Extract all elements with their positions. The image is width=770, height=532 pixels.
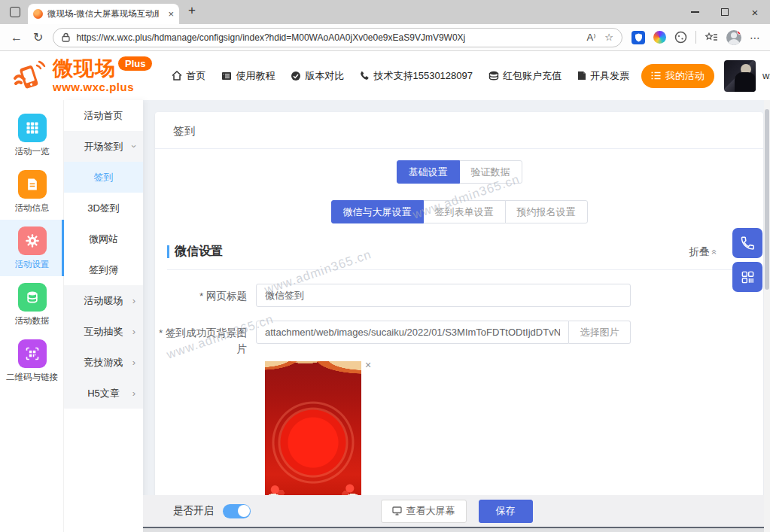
page-title: 签到	[155, 112, 763, 148]
browser-titlebar: 微现场-微信大屏幕现场互动服务 × + ×	[0, 0, 770, 24]
contact-support-float-button[interactable]	[732, 228, 762, 258]
page-scrollbar[interactable]	[764, 100, 770, 532]
brand-url: www.wxc.plus	[53, 81, 152, 93]
nav-redpacket-recharge[interactable]: 红包账户充值	[488, 69, 562, 83]
tab-wechat-bigscreen-settings[interactable]: 微信与大屏设置	[331, 200, 424, 223]
nav-version-compare[interactable]: 版本对比	[291, 69, 344, 83]
read-aloud-icon[interactable]: A⁾	[586, 32, 595, 43]
secondary-menu: 活动首页 开场签到› 签到 3D签到 微网站 签到簿 活动暖场› 互动抽奖› 竞…	[64, 100, 143, 532]
favorite-star-icon[interactable]: ☆	[604, 32, 613, 43]
refresh-button[interactable]: ↻	[33, 30, 43, 44]
sidebar-item-qrcode-links[interactable]: 二维码与链接	[0, 333, 64, 389]
browser-window: 微现场-微信大屏幕现场互动服务 × + × ← ↻ https://wx.wxc…	[0, 0, 770, 532]
image-preview-row: ×	[265, 361, 763, 506]
favorites-list-icon[interactable]	[705, 32, 718, 44]
maximize-icon	[721, 8, 729, 16]
tab-basic-settings[interactable]: 基础设置	[397, 160, 460, 184]
window-bottom-edge	[143, 527, 770, 532]
sidebar-item-activity-data[interactable]: 活动数据	[0, 276, 64, 333]
sidebar-item-activity-settings[interactable]: 活动设置	[0, 220, 64, 276]
menu-group-warmup[interactable]: 活动暖场›	[64, 285, 143, 316]
background-image-path-input[interactable]	[256, 321, 569, 344]
nav-home[interactable]: 首页	[172, 69, 205, 83]
chevron-right-icon: ›	[132, 357, 135, 366]
chevron-right-icon: ›	[132, 295, 135, 305]
secondary-tabs: 微信与大屏设置 签到表单设置 预约报名设置	[155, 200, 763, 223]
menu-group-lottery[interactable]: 互动抽奖›	[64, 316, 143, 347]
profile-notification-dot	[737, 30, 741, 35]
password-extension-icon[interactable]	[632, 31, 645, 44]
tutorial-icon	[221, 71, 232, 81]
background-image-preview[interactable]	[265, 361, 361, 506]
save-button[interactable]: 保存	[479, 500, 533, 523]
close-button[interactable]: ×	[740, 0, 770, 24]
primary-tabs: 基础设置 验证数据	[155, 160, 763, 184]
menu-group-h5-article[interactable]: H5文章›	[64, 378, 143, 409]
site-favicon-icon	[33, 9, 43, 19]
menu-item-activity-home[interactable]: 活动首页	[64, 100, 143, 131]
user-avatar[interactable]	[724, 60, 756, 92]
profile-avatar[interactable]	[726, 30, 741, 45]
address-bar[interactable]: https://wx.wxc.plus/hdmanage/configsign/…	[53, 28, 622, 47]
nav-tech-support[interactable]: 技术支持15530128097	[360, 69, 473, 83]
dashboard-squares-icon	[741, 270, 755, 284]
qrcode-icon	[18, 339, 47, 368]
form-row-page-title: * 网页标题	[155, 284, 763, 307]
field-label: * 签到成功页背景图片	[155, 321, 256, 357]
menu-item-micro-site[interactable]: 微网站	[64, 223, 143, 254]
tab-close-icon[interactable]: ×	[168, 9, 174, 19]
browser-tab[interactable]: 微现场-微信大屏幕现场互动服务 ×	[28, 4, 179, 24]
brand-plus-badge: Plus	[118, 56, 152, 71]
sidebar-item-activity-info[interactable]: 活动信息	[0, 163, 64, 220]
menu-item-signin-book[interactable]: 签到簿	[64, 254, 143, 285]
more-menu-icon[interactable]: ⋯	[750, 32, 761, 44]
lock-icon	[62, 32, 70, 42]
section-accent-bar	[167, 245, 169, 258]
brand-title: 微现场	[53, 59, 116, 79]
document-icon	[18, 170, 47, 199]
new-tab-button[interactable]: +	[188, 3, 196, 18]
stats-panel-float-button[interactable]	[732, 262, 762, 292]
menu-item-signin[interactable]: 签到	[64, 162, 143, 193]
remove-image-icon[interactable]: ×	[365, 360, 371, 370]
browser-extension-icon[interactable]	[653, 31, 666, 44]
primary-sidebar: 活动一览 活动信息 活动设置 活动数据 二维码与链接	[0, 100, 64, 532]
tab-title: 微现场-微信大屏幕现场互动服务	[47, 8, 159, 20]
sidebar-item-activity-overview[interactable]: 活动一览	[0, 107, 64, 163]
my-activities-button[interactable]: 我的活动	[641, 64, 714, 88]
enable-toggle[interactable]	[223, 504, 251, 518]
database-icon	[18, 283, 47, 312]
site-header: 微现场 Plus www.wxc.plus 首页 使用教程 版本对比 技术支	[0, 51, 770, 100]
phone-icon	[360, 71, 370, 81]
menu-item-3d-signin[interactable]: 3D签到	[64, 193, 143, 223]
page-title-input[interactable]	[256, 284, 631, 307]
chevron-down-icon: ›	[129, 144, 138, 147]
nav-invoice[interactable]: 开具发票	[577, 69, 629, 83]
close-icon: ×	[752, 7, 759, 18]
menu-group-opening-signin[interactable]: 开场签到›	[64, 131, 143, 162]
tab-actions-icon[interactable]	[10, 7, 20, 17]
tab-reservation-settings[interactable]: 预约报名设置	[505, 200, 588, 223]
browser-toolbar: ← ↻ https://wx.wxc.plus/hdmanage/configs…	[0, 24, 770, 51]
menu-group-games[interactable]: 竞技游戏›	[64, 347, 143, 378]
maximize-button[interactable]	[710, 0, 740, 24]
toolbar-divider	[695, 31, 696, 44]
collapse-toggle[interactable]: 折叠»	[689, 245, 717, 259]
cookie-extension-icon[interactable]	[674, 31, 687, 44]
url-text: https://wx.wxc.plus/hdmanage/configsign/…	[76, 32, 577, 43]
nav-tutorial[interactable]: 使用教程	[221, 69, 275, 83]
header-nav: 首页 使用教程 版本对比 技术支持15530128097 红包账户充值 开具发票	[172, 69, 629, 83]
site-logo[interactable]: 微现场 Plus www.wxc.plus	[12, 59, 152, 93]
back-button[interactable]: ←	[11, 31, 23, 44]
minimize-button[interactable]	[680, 0, 710, 24]
choose-image-button[interactable]: 选择图片	[569, 321, 631, 344]
invoice-icon	[577, 71, 586, 81]
phone-handset-icon	[740, 236, 755, 251]
tab-verify-data[interactable]: 验证数据	[459, 160, 522, 184]
username-text[interactable]: wxhz68I33I2RRalIIL	[762, 70, 770, 81]
view-bigscreen-button[interactable]: 查看大屏幕	[381, 500, 467, 523]
scrollbar-thumb[interactable]	[765, 109, 769, 290]
tab-signin-form-settings[interactable]: 签到表单设置	[423, 200, 506, 223]
section-title: 微信设置	[175, 244, 223, 260]
content-card: 签到 基础设置 验证数据 微信与大屏设置 签到表单设置 预约报名设置 微信设置 …	[155, 112, 763, 527]
